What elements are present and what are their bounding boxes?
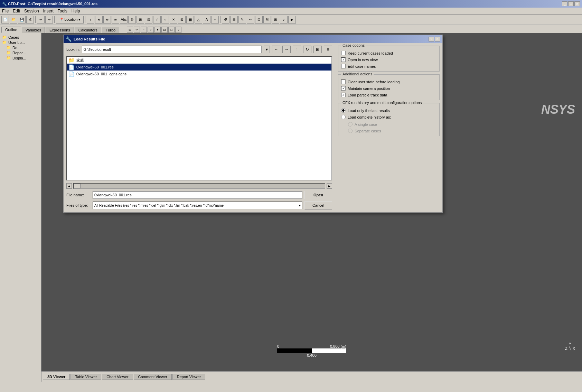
filetype-combo[interactable]: All Readable Files (res *.res *.mres *.d… [93, 202, 302, 209]
nav-back[interactable]: ← [272, 46, 280, 53]
scroll-right-btn[interactable]: ► [327, 183, 332, 189]
keep-cases-checkbox[interactable] [341, 51, 346, 55]
filename-input[interactable] [93, 191, 302, 199]
single-case-radio[interactable] [348, 122, 353, 127]
file-item-folder[interactable]: 📁 家庭 [67, 57, 331, 64]
nav-forward[interactable]: → [282, 46, 291, 53]
separate-cases-label: Separate cases [355, 129, 381, 133]
edit-names-checkbox[interactable] [341, 64, 346, 68]
dialog-title-text: 🔧 Load Results File [66, 36, 105, 42]
option-new-view[interactable]: Open in new view [341, 57, 436, 62]
cgns-file-icon: 📄 [68, 71, 74, 77]
single-case-label: A single case [355, 122, 377, 127]
file-browser: Look in: G:\Tecplot result ▾ ← → ↑ ↻ ⊞ ≡ [64, 43, 335, 212]
dialog-body: Look in: G:\Tecplot result ▾ ← → ↑ ↻ ⊞ ≡ [64, 43, 442, 212]
look-in-combo[interactable]: G:\Tecplot result [82, 46, 262, 53]
cfx-options-title: CFX run history and multi-configuration … [341, 101, 423, 105]
option-load-complete[interactable]: Load complete history as: [341, 115, 436, 119]
look-in-value: G:\Tecplot result [84, 47, 111, 52]
edit-names-label: Edit case names [348, 64, 376, 68]
scroll-thumb [74, 184, 81, 188]
file-scroll-bar: ◄ ► [66, 183, 332, 189]
cancel-button[interactable]: Cancel [304, 201, 332, 209]
case-options-title: Case options [341, 43, 366, 47]
nav-up[interactable]: ↑ [293, 46, 301, 53]
option-edit-names[interactable]: Edit case names [341, 64, 436, 68]
dialog-title-icon: 🔧 [66, 36, 72, 42]
load-complete-label: Load complete history as: [348, 115, 391, 119]
filetype-row: Files of type: All Readable Files (res *… [66, 201, 332, 209]
load-last-radio[interactable] [341, 108, 346, 113]
additional-actions-group: Additional actions Clear user state befo… [338, 74, 440, 100]
res-file-name: 0xiangwei-50_001.res [76, 65, 114, 69]
dialog-overlay: 🔧 Load Results File ? ✕ Look in: G:\Tec [0, 0, 582, 392]
dialog-close-button[interactable]: ✕ [435, 37, 440, 41]
option-single-case[interactable]: A single case [348, 122, 436, 127]
nav-list-view[interactable]: ≡ [324, 46, 332, 53]
separate-cases-radio[interactable] [348, 129, 353, 133]
app-window: 🔧 CFD-Post: G:\Tecplot result\0xiangwei-… [0, 0, 582, 392]
particle-track-label: Load particle track data [348, 93, 387, 97]
res-file-icon: 📄 [68, 64, 74, 70]
clear-state-checkbox[interactable] [341, 80, 346, 84]
dialog-title: Load Results File [74, 37, 105, 41]
option-clear-state[interactable]: Clear user state before loading [341, 80, 436, 84]
case-options-group: Case options Keep current cases loaded O… [338, 46, 440, 72]
dialog-help-button[interactable]: ? [429, 37, 434, 41]
folder-name: 家庭 [76, 58, 84, 63]
additional-actions-title: Additional actions [341, 72, 374, 76]
filetype-arrow-icon: ▾ [299, 204, 301, 207]
filename-row: File name: Open [66, 191, 332, 199]
nav-grid-view[interactable]: ⊞ [313, 46, 322, 53]
look-in-row: Look in: G:\Tecplot result ▾ ← → ↑ ↻ ⊞ ≡ [66, 46, 332, 53]
options-panel: Case options Keep current cases loaded O… [335, 43, 442, 212]
file-list-container[interactable]: 📁 家庭 📄 0xiangwei-50_001.res 📄 0xiangwei-… [66, 56, 332, 180]
sub-radio-group: A single case Separate cases [348, 122, 436, 133]
keep-cases-label: Keep current cases loaded [348, 51, 393, 55]
new-view-checkbox[interactable] [341, 57, 346, 62]
dialog-title-bar: 🔧 Load Results File ? ✕ [64, 35, 442, 43]
scroll-left-btn[interactable]: ◄ [66, 183, 72, 189]
scroll-track[interactable] [73, 183, 325, 189]
dialog-title-buttons: ? ✕ [429, 37, 440, 41]
option-particle-track[interactable]: Load particle track data [341, 93, 436, 97]
camera-position-checkbox[interactable] [341, 86, 346, 91]
look-in-arrow[interactable]: ▾ [264, 46, 270, 53]
load-complete-radio[interactable] [341, 115, 346, 119]
option-separate-cases[interactable]: Separate cases [348, 129, 436, 133]
file-item-res[interactable]: 📄 0xiangwei-50_001.res [67, 64, 331, 71]
folder-icon-item: 📁 [68, 57, 74, 63]
option-keep-cases[interactable]: Keep current cases loaded [341, 51, 436, 55]
filename-label: File name: [66, 193, 91, 197]
load-last-label: Load only the last results [348, 109, 390, 113]
clear-state-label: Clear user state before loading [348, 80, 400, 84]
camera-position-label: Maintain camera position [348, 86, 390, 91]
filetype-value: All Readable Files (res *.res *.mres *.d… [94, 204, 299, 207]
particle-track-checkbox[interactable] [341, 93, 346, 97]
filetype-label: Files of type: [66, 203, 91, 207]
nav-refresh[interactable]: ↻ [303, 46, 311, 53]
open-button[interactable]: Open [304, 191, 332, 199]
new-view-label: Open in new view [348, 58, 378, 62]
cgns-file-name: 0xiangwei-50_001_cgns.cgns [76, 72, 126, 76]
look-in-label: Look in: [66, 47, 80, 52]
cfx-options-group: CFX run history and multi-configuration … [338, 103, 440, 136]
file-item-cgns[interactable]: 📄 0xiangwei-50_001_cgns.cgns [67, 71, 331, 77]
option-load-last[interactable]: Load only the last results [341, 108, 436, 113]
option-camera-position[interactable]: Maintain camera position [341, 86, 436, 91]
load-results-dialog: 🔧 Load Results File ? ✕ Look in: G:\Tec [63, 35, 443, 213]
